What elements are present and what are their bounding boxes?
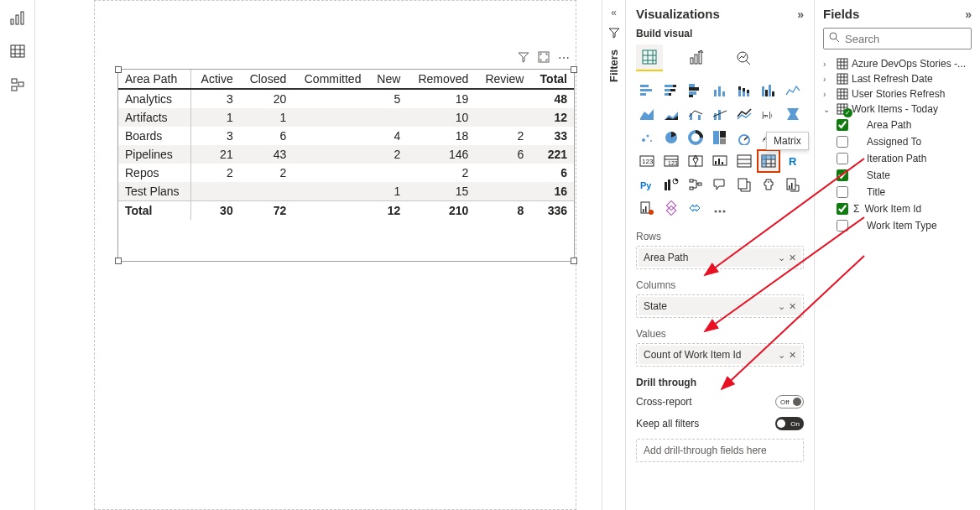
remove-val-icon[interactable]: ✕ xyxy=(789,350,796,361)
fields-search[interactable] xyxy=(823,28,972,49)
collapse-viz-icon[interactable]: » xyxy=(797,8,804,21)
chevron-right-icon[interactable]: › xyxy=(823,75,833,84)
table-node[interactable]: ›Last Refresh Date xyxy=(823,71,972,86)
field-item[interactable]: ΣWork Item Id xyxy=(823,200,972,217)
remove-col-icon[interactable]: ✕ xyxy=(789,301,796,312)
expand-filters-icon[interactable]: « xyxy=(611,7,617,18)
column-header[interactable]: New xyxy=(368,70,407,89)
viz-gallery-item[interactable] xyxy=(709,80,731,101)
viz-gallery-item[interactable] xyxy=(782,80,804,101)
viz-gallery-item[interactable]: 123 xyxy=(636,150,658,172)
field-item[interactable]: Assigned To xyxy=(823,133,972,150)
field-checkbox[interactable] xyxy=(837,203,848,215)
viz-gallery-item[interactable] xyxy=(636,197,658,219)
drill-fields-well[interactable]: Add drill-through fields here xyxy=(636,439,804,462)
field-checkbox[interactable] xyxy=(837,136,848,148)
remove-row-icon[interactable]: ✕ xyxy=(789,252,796,263)
chevron-down-icon[interactable]: ⌄ xyxy=(823,105,833,114)
viz-gallery-item[interactable]: 123 xyxy=(660,150,682,172)
column-header[interactable]: Area Path xyxy=(118,70,190,89)
field-checkbox[interactable] xyxy=(837,169,848,181)
cross-report-toggle[interactable]: Off xyxy=(775,395,804,409)
viz-gallery-item[interactable] xyxy=(685,150,706,172)
column-header[interactable]: Removed xyxy=(407,70,475,89)
field-item[interactable]: Area Path xyxy=(823,117,972,133)
viz-gallery-item[interactable] xyxy=(709,197,731,219)
chevron-down-icon[interactable]: ⌄ xyxy=(778,252,785,263)
viz-gallery-item[interactable] xyxy=(733,174,755,195)
data-view-icon[interactable] xyxy=(8,42,27,60)
more-icon[interactable]: ⋯ xyxy=(558,51,571,65)
viz-gallery-item[interactable] xyxy=(660,197,682,219)
viz-gallery-item[interactable] xyxy=(685,197,706,219)
viz-gallery-item[interactable] xyxy=(636,127,658,148)
table-node[interactable]: ›User Stories Refresh xyxy=(823,86,972,101)
viz-gallery-item[interactable] xyxy=(660,103,682,125)
analytics-tab-icon[interactable] xyxy=(730,44,757,71)
viz-gallery-item[interactable] xyxy=(709,127,731,148)
svg-rect-34 xyxy=(689,95,693,97)
viz-gallery-item[interactable] xyxy=(685,174,706,195)
viz-gallery-item[interactable] xyxy=(758,127,779,148)
viz-gallery-item[interactable] xyxy=(685,127,706,148)
viz-gallery-item[interactable] xyxy=(685,103,706,125)
field-checkbox[interactable] xyxy=(837,186,848,198)
viz-gallery-item[interactable] xyxy=(782,174,804,195)
field-item[interactable]: Work Item Type xyxy=(823,217,972,234)
chevron-down-icon[interactable]: ⌄ xyxy=(778,301,785,312)
viz-gallery-item[interactable] xyxy=(733,150,755,172)
focus-icon[interactable] xyxy=(538,51,550,65)
search-input[interactable] xyxy=(845,33,980,45)
field-item[interactable]: Iteration Path xyxy=(823,150,972,167)
viz-gallery-item[interactable] xyxy=(733,80,755,101)
svg-point-64 xyxy=(770,135,772,137)
viz-gallery-item[interactable] xyxy=(660,127,682,148)
model-view-icon[interactable] xyxy=(8,75,27,94)
viz-gallery-item[interactable] xyxy=(758,174,779,195)
column-header[interactable]: Closed xyxy=(240,70,294,89)
filters-pane-label[interactable]: Filters xyxy=(607,49,620,82)
viz-gallery-item[interactable] xyxy=(782,103,804,125)
viz-gallery-item[interactable]: Py xyxy=(636,174,658,195)
viz-gallery-item[interactable] xyxy=(685,80,706,101)
format-tab-icon[interactable] xyxy=(683,44,710,71)
keep-filters-toggle[interactable]: On xyxy=(775,417,804,430)
field-checkbox[interactable] xyxy=(837,119,848,131)
chevron-right-icon[interactable]: › xyxy=(823,90,833,99)
chevron-down-icon[interactable]: ⌄ xyxy=(778,350,785,361)
columns-well[interactable]: State ⌄✕ xyxy=(636,294,804,318)
viz-gallery-item[interactable] xyxy=(660,80,682,101)
table-node[interactable]: ⌄✓Work Items - Today xyxy=(823,101,972,117)
field-checkbox[interactable] xyxy=(837,220,848,232)
viz-gallery-item[interactable] xyxy=(709,150,731,172)
table-node[interactable]: ›Azure DevOps Stories -... xyxy=(823,56,972,71)
field-checkbox[interactable] xyxy=(837,153,848,164)
viz-gallery-item[interactable] xyxy=(733,103,755,125)
report-view-icon[interactable] xyxy=(8,8,27,27)
viz-gallery-item[interactable] xyxy=(660,174,682,195)
build-tab-icon[interactable] xyxy=(636,44,663,71)
values-well[interactable]: Count of Work Item Id ⌄✕ xyxy=(636,343,804,367)
viz-gallery-item[interactable]: |ₘ|ₗ xyxy=(758,103,779,125)
chevron-right-icon[interactable]: › xyxy=(823,60,833,69)
viz-gallery-item[interactable] xyxy=(733,127,755,148)
rows-well[interactable]: Area Path ⌄✕ xyxy=(636,246,804,269)
viz-gallery-item[interactable] xyxy=(709,103,731,125)
viz-gallery-item[interactable] xyxy=(758,80,779,101)
column-header[interactable]: Total xyxy=(530,70,574,89)
field-item[interactable]: Title xyxy=(823,184,972,200)
column-header[interactable]: Review xyxy=(475,70,530,89)
viz-gallery-item[interactable]: R xyxy=(782,150,804,172)
viz-gallery-item[interactable] xyxy=(636,103,658,125)
report-canvas[interactable]: ⋯ Area PathActiveClosedCommittedNewRemov… xyxy=(35,0,602,510)
viz-gallery-item[interactable] xyxy=(709,174,731,195)
viz-gallery-item[interactable] xyxy=(758,150,779,172)
column-header[interactable]: Active xyxy=(190,70,239,89)
collapse-fields-icon[interactable]: » xyxy=(965,8,972,21)
viz-gallery-item[interactable] xyxy=(782,127,804,148)
viz-gallery-item[interactable] xyxy=(636,80,658,101)
column-header[interactable]: Committed xyxy=(293,70,368,89)
matrix-visual[interactable]: ⋯ Area PathActiveClosedCommittedNewRemov… xyxy=(117,69,575,262)
field-item[interactable]: State xyxy=(823,167,972,184)
filter-icon[interactable] xyxy=(518,51,529,65)
